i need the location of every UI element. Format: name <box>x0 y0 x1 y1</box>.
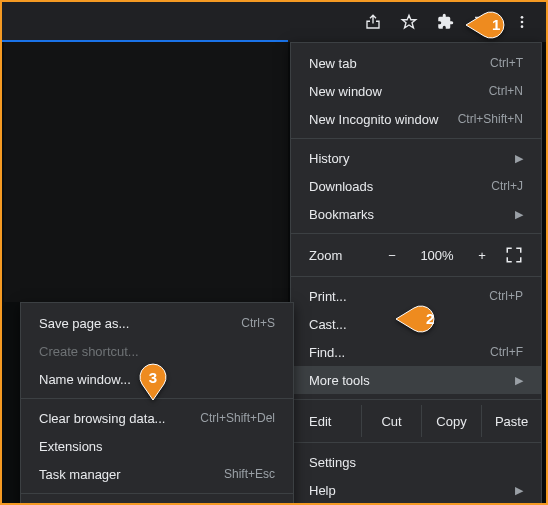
menu-item-label: Task manager <box>39 467 121 482</box>
menu-bookmarks[interactable]: Bookmarks ▶ <box>291 200 541 228</box>
callout-3: 3 <box>138 358 168 400</box>
menu-item-shortcut: Ctrl+S <box>241 316 275 330</box>
callout-number: 1 <box>492 16 500 33</box>
menu-item-shortcut: Shift+Esc <box>224 467 275 481</box>
menu-item-label: Find... <box>309 345 345 360</box>
menu-item-shortcut: Ctrl+P <box>489 289 523 303</box>
menu-item-label: Settings <box>309 455 356 470</box>
menu-item-label: Name window... <box>39 372 131 387</box>
chevron-right-icon: ▶ <box>515 152 523 165</box>
menu-item-label: Downloads <box>309 179 373 194</box>
menu-separator <box>291 442 541 443</box>
edit-label: Edit <box>291 414 361 429</box>
menu-zoom-row: Zoom − 100% + <box>291 239 541 271</box>
menu-new-incognito[interactable]: New Incognito window Ctrl+Shift+N <box>291 105 541 133</box>
menu-edit-row: Edit Cut Copy Paste <box>291 405 541 437</box>
menu-item-label: Print... <box>309 289 347 304</box>
menu-item-shortcut: Ctrl+T <box>490 56 523 70</box>
zoom-out-button[interactable]: − <box>383 248 401 263</box>
menu-item-shortcut: Ctrl+Shift+Del <box>200 411 275 425</box>
menu-new-tab[interactable]: New tab Ctrl+T <box>291 49 541 77</box>
menu-new-window[interactable]: New window Ctrl+N <box>291 77 541 105</box>
menu-downloads[interactable]: Downloads Ctrl+J <box>291 172 541 200</box>
menu-item-label: New window <box>309 84 382 99</box>
share-icon[interactable] <box>364 13 382 31</box>
page-content-dark <box>4 42 288 302</box>
zoom-label: Zoom <box>309 248 369 263</box>
zoom-percent: 100% <box>415 248 459 263</box>
menu-item-shortcut: Ctrl+N <box>489 84 523 98</box>
submenu-extensions[interactable]: Extensions <box>21 432 293 460</box>
menu-item-shortcut: Ctrl+J <box>491 179 523 193</box>
menu-help[interactable]: Help ▶ <box>291 476 541 504</box>
menu-item-label: Cast... <box>309 317 347 332</box>
menu-separator <box>291 399 541 400</box>
callout-number: 3 <box>149 369 157 386</box>
edit-paste-button[interactable]: Paste <box>481 405 541 437</box>
fullscreen-icon[interactable] <box>505 246 523 264</box>
callout-2: 2 <box>396 304 452 334</box>
callout-number: 2 <box>426 310 434 327</box>
chevron-right-icon: ▶ <box>515 374 523 387</box>
menu-item-label: More tools <box>309 373 370 388</box>
chevron-right-icon: ▶ <box>515 484 523 497</box>
menu-more-tools[interactable]: More tools ▶ <box>291 366 541 394</box>
zoom-in-button[interactable]: + <box>473 248 491 263</box>
menu-item-label: Bookmarks <box>309 207 374 222</box>
main-menu: New tab Ctrl+T New window Ctrl+N New Inc… <box>290 42 542 505</box>
submenu-save-page[interactable]: Save page as... Ctrl+S <box>21 309 293 337</box>
menu-separator <box>291 233 541 234</box>
menu-item-label: Create shortcut... <box>39 344 139 359</box>
chevron-right-icon: ▶ <box>515 208 523 221</box>
menu-separator <box>291 138 541 139</box>
menu-item-label: Extensions <box>39 439 103 454</box>
submenu-task-manager[interactable]: Task manager Shift+Esc <box>21 460 293 488</box>
menu-separator <box>21 493 293 494</box>
menu-item-label: Clear browsing data... <box>39 411 165 426</box>
callout-1: 1 <box>466 10 522 40</box>
menu-item-label: Save page as... <box>39 316 129 331</box>
menu-item-label: New Incognito window <box>309 112 438 127</box>
menu-item-label: Help <box>309 483 336 498</box>
menu-settings[interactable]: Settings <box>291 448 541 476</box>
edit-copy-button[interactable]: Copy <box>421 405 481 437</box>
edit-cut-button[interactable]: Cut <box>361 405 421 437</box>
submenu-clear-browsing-data[interactable]: Clear browsing data... Ctrl+Shift+Del <box>21 404 293 432</box>
extensions-icon[interactable] <box>436 13 454 31</box>
star-icon[interactable] <box>400 13 418 31</box>
menu-history[interactable]: History ▶ <box>291 144 541 172</box>
menu-item-label: New tab <box>309 56 357 71</box>
menu-separator <box>291 276 541 277</box>
menu-item-shortcut: Ctrl+Shift+N <box>458 112 523 126</box>
submenu-developer-tools[interactable]: Developer tools Ctrl+Shift+I <box>21 499 293 505</box>
more-tools-submenu: Save page as... Ctrl+S Create shortcut..… <box>20 302 294 505</box>
menu-find[interactable]: Find... Ctrl+F <box>291 338 541 366</box>
menu-item-label: History <box>309 151 349 166</box>
browser-toolbar <box>2 2 546 42</box>
menu-item-shortcut: Ctrl+F <box>490 345 523 359</box>
